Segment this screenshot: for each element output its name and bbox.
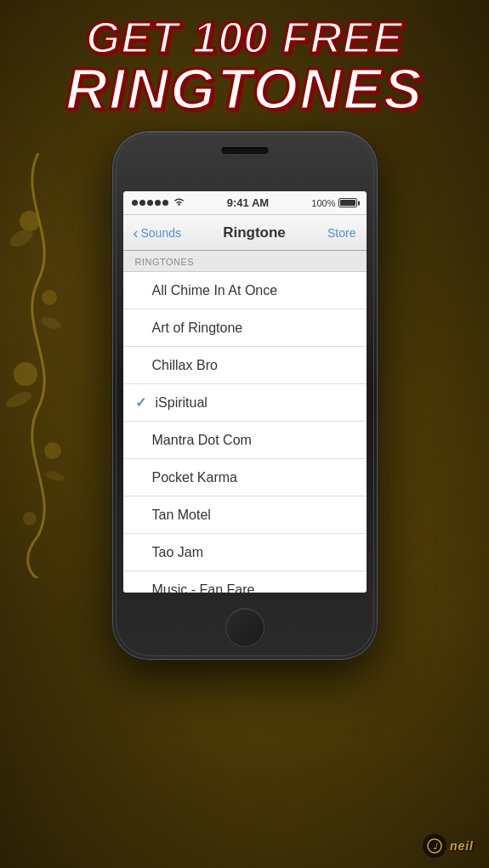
ringtone-name: Pocket Karma <box>152 470 355 485</box>
phone-frame: 9:41 AM 100% ‹ Sounds Ringtone Store RIN… <box>113 132 377 659</box>
signal-dot-3 <box>147 200 153 206</box>
nav-back-label: Sounds <box>141 226 181 240</box>
ringtone-name: iSpiritual <box>156 395 355 411</box>
svg-point-6 <box>40 315 63 331</box>
ringtone-item[interactable]: Mantra Dot Com <box>123 422 367 459</box>
ringtone-name: Music - Fan Fare <box>152 582 355 593</box>
ringtone-name: All Chime In At Once <box>152 283 355 298</box>
ringtone-item[interactable]: Tan Motel <box>123 496 367 534</box>
battery-fill <box>340 200 355 206</box>
home-button[interactable] <box>225 608 264 647</box>
status-left <box>132 197 185 208</box>
earpiece <box>221 147 268 154</box>
ringtone-item[interactable]: Pocket Karma <box>123 459 367 496</box>
wifi-icon <box>173 197 185 208</box>
ringtone-name: Tan Motel <box>152 508 355 523</box>
bottom-logo: ♩ neil <box>423 834 474 858</box>
signal-dot-5 <box>162 200 168 206</box>
headline-banner: GET 100 FREE RINGTONES <box>9 15 480 117</box>
signal-dot-2 <box>139 200 145 206</box>
ringtone-name: Art of Ringtone <box>152 321 355 336</box>
logo-text: ♩ neil <box>423 834 474 858</box>
signal-dot-4 <box>155 200 161 206</box>
status-time: 9:41 AM <box>227 196 269 209</box>
ringtone-item[interactable]: Art of Ringtone <box>123 309 367 347</box>
status-bar: 9:41 AM 100% <box>123 191 367 215</box>
battery-icon <box>338 198 357 207</box>
svg-text:♩: ♩ <box>432 842 437 851</box>
nav-store-button[interactable]: Store <box>327 226 355 240</box>
logo-label: neil <box>450 839 474 853</box>
ringtone-item[interactable]: Chillax Bro <box>123 347 367 384</box>
vine-decoration-left <box>0 153 77 578</box>
ringtone-item[interactable]: All Chime In At Once <box>123 272 367 309</box>
headline-line1: GET 100 FREE <box>9 15 480 60</box>
signal-dots <box>132 200 168 206</box>
status-right: 100% <box>311 198 357 208</box>
ringtone-name: Tao Jam <box>152 545 355 560</box>
signal-dot-1 <box>132 200 138 206</box>
ringtone-list: All Chime In At OnceArt of RingtoneChill… <box>123 272 367 593</box>
logo-icon: ♩ <box>423 834 446 858</box>
ringtone-item[interactable]: Tao Jam <box>123 534 367 571</box>
svg-point-3 <box>44 442 61 459</box>
svg-point-7 <box>4 389 34 411</box>
svg-point-0 <box>20 211 40 231</box>
svg-point-2 <box>14 362 37 386</box>
back-chevron-icon: ‹ <box>134 225 139 241</box>
ringtone-check-icon: ✓ <box>135 394 152 411</box>
ringtone-name: Chillax Bro <box>152 358 355 373</box>
nav-back-button[interactable]: ‹ Sounds <box>134 225 181 241</box>
nav-bar: ‹ Sounds Ringtone Store <box>123 215 367 251</box>
nav-title: Ringtone <box>223 224 286 241</box>
svg-point-8 <box>45 469 65 482</box>
svg-point-4 <box>23 512 37 525</box>
phone-screen: 9:41 AM 100% ‹ Sounds Ringtone Store RIN… <box>123 191 367 593</box>
battery-percent: 100% <box>311 198 335 208</box>
ringtone-name: Mantra Dot Com <box>152 433 355 448</box>
ringtone-item[interactable]: ✓iSpiritual <box>123 384 367 422</box>
svg-point-1 <box>42 290 57 305</box>
section-header: RINGTONES <box>123 251 367 272</box>
headline-line2: RINGTONES <box>9 60 480 117</box>
ringtone-item[interactable]: Music - Fan Fare <box>123 571 367 593</box>
